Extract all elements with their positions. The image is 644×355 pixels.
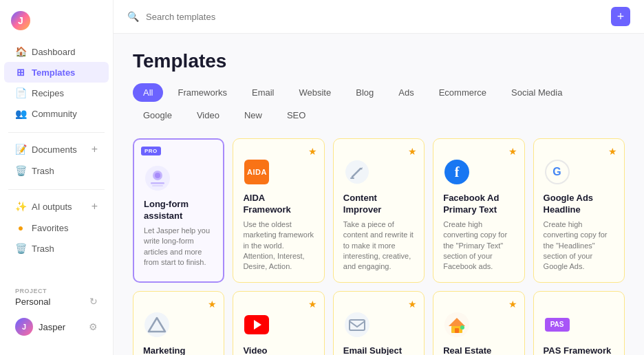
pro-badge: PRO bbox=[141, 147, 161, 155]
svg-point-2 bbox=[155, 173, 160, 178]
templates-icon: ⊞ bbox=[15, 67, 26, 78]
trash2-icon: 🗑️ bbox=[15, 243, 26, 254]
filter-tab-all[interactable]: All bbox=[133, 83, 163, 102]
sidebar-divider-2 bbox=[8, 189, 105, 190]
sidebar-label-recipes: Recipes bbox=[32, 88, 98, 98]
filter-tab-website[interactable]: Website bbox=[288, 83, 341, 102]
sidebar-docs-nav: 📝 Documents + 🗑️ Trash bbox=[0, 138, 113, 181]
filter-tab-google[interactable]: Google bbox=[133, 106, 182, 125]
longform-icon bbox=[144, 164, 171, 192]
card-title-email-subject: Email Subject Lines bbox=[343, 345, 414, 355]
community-icon: 👥 bbox=[15, 108, 26, 119]
filter-tab-email[interactable]: Email bbox=[242, 83, 285, 102]
sidebar-item-recipes[interactable]: 📄 Recipes bbox=[4, 83, 109, 103]
project-refresh-icon[interactable]: ↻ bbox=[89, 296, 98, 307]
sidebar-item-favorites[interactable]: ● Favorites bbox=[4, 217, 109, 238]
user-name-label: Jasper bbox=[39, 322, 83, 332]
card-desc-facebook: Create high converting copy for the "Pri… bbox=[443, 219, 514, 272]
sidebar-item-documents[interactable]: 📝 Documents + bbox=[4, 138, 109, 160]
star-icon-video: ★ bbox=[308, 299, 317, 310]
page-title: Templates bbox=[133, 50, 625, 72]
svg-rect-4 bbox=[152, 185, 163, 186]
template-card-facebook[interactable]: ★ f Facebook Ad Primary Text Create high… bbox=[433, 138, 524, 283]
sidebar: J 🏠 Dashboard ⊞ Templates 📄 Recipes 👥 Co… bbox=[0, 0, 114, 355]
svg-point-17 bbox=[460, 325, 464, 330]
gear-icon[interactable]: ⚙ bbox=[89, 321, 98, 332]
card-desc-long-form: Let Jasper help you write long-form arti… bbox=[144, 226, 213, 268]
svg-rect-16 bbox=[455, 328, 459, 333]
template-card-marketing-angles[interactable]: ★ Marketing Angles Brainstorm different … bbox=[133, 291, 224, 355]
add-document-icon[interactable]: + bbox=[92, 143, 98, 155]
sidebar-label-documents: Documents bbox=[32, 144, 86, 155]
template-card-content-improver[interactable]: ★ Content Improver Take a piece of conte… bbox=[333, 138, 425, 283]
facebook-icon: f bbox=[443, 158, 471, 186]
template-card-long-form[interactable]: PRO Long-form assistant Let Jasper help … bbox=[133, 138, 224, 283]
app-logo: J bbox=[11, 11, 30, 30]
sidebar-label-trash: Trash bbox=[32, 166, 98, 176]
sidebar-label-ai-outputs: AI outputs bbox=[32, 202, 86, 212]
filter-tab-blog[interactable]: Blog bbox=[345, 83, 384, 102]
house-icon bbox=[443, 311, 471, 338]
sidebar-bottom: PROJECT Personal ↻ J Jasper ⚙ bbox=[0, 279, 113, 347]
sidebar-item-ai-outputs[interactable]: ✨ AI outputs + bbox=[4, 195, 109, 217]
card-title-pas: PAS Framework bbox=[544, 345, 614, 355]
card-title-google-ads: Google Ads Headline bbox=[544, 193, 614, 216]
star-icon-real-estate: ★ bbox=[508, 299, 517, 310]
star-icon-content: ★ bbox=[408, 146, 417, 157]
sidebar-item-trash[interactable]: 🗑️ Trash bbox=[4, 160, 109, 181]
add-output-icon[interactable]: + bbox=[92, 200, 98, 213]
topbar: 🔍 + bbox=[114, 0, 644, 34]
filter-tab-new[interactable]: New bbox=[234, 106, 272, 125]
sidebar-item-dashboard[interactable]: 🏠 Dashboard bbox=[4, 41, 109, 62]
favorites-icon: ● bbox=[15, 222, 26, 233]
sidebar-label-trash2: Trash bbox=[32, 244, 98, 254]
filter-tab-seo[interactable]: SEO bbox=[277, 106, 316, 125]
recipes-icon: 📄 bbox=[15, 87, 26, 98]
filter-tab-frameworks[interactable]: Frameworks bbox=[167, 83, 237, 102]
filter-tab-video[interactable]: Video bbox=[186, 106, 230, 125]
template-grid: PRO Long-form assistant Let Jasper help … bbox=[133, 138, 625, 355]
filter-tab-ads[interactable]: Ads bbox=[388, 83, 424, 102]
search-input[interactable] bbox=[146, 12, 604, 22]
pencil-icon bbox=[343, 158, 371, 186]
sidebar-label-templates: Templates bbox=[32, 67, 98, 78]
filter-tab-social-media[interactable]: Social Media bbox=[501, 83, 572, 102]
main-content: 🔍 + Templates All Frameworks Email Websi… bbox=[114, 0, 644, 355]
template-card-email-subject[interactable]: ★ Email Subject Lines Write compelling e… bbox=[333, 291, 425, 355]
template-card-google-ads[interactable]: ★ G Google Ads Headline Create high conv… bbox=[533, 138, 625, 283]
project-name: Personal ↻ bbox=[15, 296, 98, 307]
triangle-icon bbox=[143, 311, 171, 338]
card-desc-google-ads: Create high converting copy for the "Hea… bbox=[544, 219, 614, 272]
template-card-aida[interactable]: ★ AIDA AIDA Framework Use the oldest mar… bbox=[233, 138, 324, 283]
user-row[interactable]: J Jasper ⚙ bbox=[8, 312, 105, 341]
template-card-real-estate[interactable]: ★ Real Estate Listing - Residential Crea… bbox=[433, 291, 524, 355]
trash-icon: 🗑️ bbox=[15, 165, 26, 176]
filter-tab-ecommerce[interactable]: Ecommerce bbox=[429, 83, 497, 102]
star-icon-email: ★ bbox=[408, 299, 417, 310]
project-section: PROJECT Personal ↻ bbox=[4, 285, 109, 312]
sidebar-logo: J bbox=[0, 8, 113, 41]
card-title-long-form: Long-form assistant bbox=[144, 199, 213, 222]
card-title-content-improver: Content Improver bbox=[343, 193, 414, 216]
template-card-video-desc[interactable]: ★ Video Description - YouTube Create uni… bbox=[233, 291, 324, 355]
sidebar-item-templates[interactable]: ⊞ Templates bbox=[4, 62, 109, 83]
card-title-facebook: Facebook Ad Primary Text bbox=[443, 193, 514, 216]
sidebar-outputs-nav: ✨ AI outputs + ● Favorites 🗑️ Trash bbox=[0, 195, 113, 259]
user-avatar: J bbox=[15, 318, 33, 336]
svg-rect-11 bbox=[345, 312, 369, 337]
filter-tabs: All Frameworks Email Website Blog Ads Ec… bbox=[133, 83, 625, 125]
card-title-aida: AIDA Framework bbox=[243, 193, 314, 216]
template-card-pas[interactable]: PAS PAS Framework Problem-Agitate-Soluti… bbox=[533, 291, 625, 355]
card-title-marketing-angles: Marketing Angles bbox=[143, 345, 214, 355]
sidebar-item-community[interactable]: 👥 Community bbox=[4, 103, 109, 124]
pas-icon: PAS bbox=[544, 311, 571, 338]
star-icon-marketing: ★ bbox=[208, 299, 217, 310]
search-icon: 🔍 bbox=[127, 11, 139, 22]
new-button[interactable]: + bbox=[611, 7, 630, 26]
card-desc-content-improver: Take a piece of content and rewrite it t… bbox=[343, 219, 414, 272]
svg-rect-3 bbox=[151, 182, 164, 184]
sidebar-label-community: Community bbox=[32, 109, 98, 119]
documents-icon: 📝 bbox=[15, 144, 26, 155]
sidebar-item-trash2[interactable]: 🗑️ Trash bbox=[4, 238, 109, 259]
email-icon bbox=[343, 311, 371, 338]
